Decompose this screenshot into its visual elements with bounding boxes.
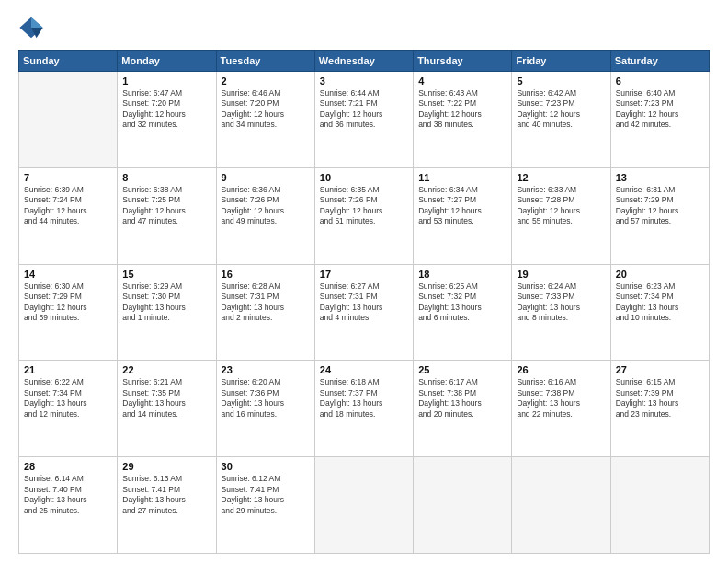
weekday-header: Saturday	[610, 51, 709, 72]
calendar-cell: 11Sunrise: 6:34 AM Sunset: 7:27 PM Dayli…	[414, 167, 512, 264]
calendar-week-row: 1Sunrise: 6:47 AM Sunset: 7:20 PM Daylig…	[19, 72, 710, 168]
weekday-header: Friday	[512, 51, 610, 72]
calendar-cell	[512, 457, 610, 554]
day-info: Sunrise: 6:30 AM Sunset: 7:29 PM Dayligh…	[24, 282, 112, 324]
calendar-table: SundayMondayTuesdayWednesdayThursdayFrid…	[18, 50, 710, 554]
calendar-cell: 29Sunrise: 6:13 AM Sunset: 7:41 PM Dayli…	[118, 457, 216, 554]
day-number: 1	[122, 75, 210, 86]
day-info: Sunrise: 6:24 AM Sunset: 7:33 PM Dayligh…	[517, 282, 605, 324]
day-number: 8	[122, 172, 210, 183]
day-info: Sunrise: 6:22 AM Sunset: 7:34 PM Dayligh…	[24, 377, 112, 419]
day-number: 2	[222, 75, 310, 86]
day-info: Sunrise: 6:29 AM Sunset: 7:30 PM Dayligh…	[122, 282, 210, 324]
calendar-cell	[19, 72, 118, 168]
calendar-cell	[610, 457, 709, 554]
day-info: Sunrise: 6:15 AM Sunset: 7:39 PM Dayligh…	[616, 377, 704, 419]
day-info: Sunrise: 6:36 AM Sunset: 7:26 PM Dayligh…	[222, 185, 310, 227]
calendar-cell: 30Sunrise: 6:12 AM Sunset: 7:41 PM Dayli…	[216, 457, 314, 554]
day-number: 21	[24, 364, 112, 375]
calendar-cell: 1Sunrise: 6:47 AM Sunset: 7:20 PM Daylig…	[118, 72, 216, 168]
day-number: 12	[517, 172, 605, 183]
calendar-cell: 20Sunrise: 6:23 AM Sunset: 7:34 PM Dayli…	[610, 264, 709, 361]
day-number: 18	[418, 269, 506, 280]
day-number: 22	[122, 364, 210, 375]
calendar-week-row: 7Sunrise: 6:39 AM Sunset: 7:24 PM Daylig…	[19, 167, 710, 264]
day-number: 4	[418, 75, 506, 86]
weekday-header: Monday	[118, 51, 216, 72]
calendar-cell: 25Sunrise: 6:17 AM Sunset: 7:38 PM Dayli…	[414, 361, 512, 457]
day-info: Sunrise: 6:23 AM Sunset: 7:34 PM Dayligh…	[616, 282, 704, 324]
day-info: Sunrise: 6:34 AM Sunset: 7:27 PM Dayligh…	[418, 185, 506, 227]
weekday-header: Sunday	[19, 51, 118, 72]
day-info: Sunrise: 6:16 AM Sunset: 7:38 PM Dayligh…	[517, 377, 605, 419]
day-number: 24	[320, 364, 408, 375]
logo	[18, 15, 48, 40]
weekday-header: Thursday	[414, 51, 512, 72]
day-number: 25	[418, 364, 506, 375]
day-info: Sunrise: 6:31 AM Sunset: 7:29 PM Dayligh…	[616, 185, 704, 227]
day-info: Sunrise: 6:18 AM Sunset: 7:37 PM Dayligh…	[320, 377, 408, 419]
calendar-cell: 7Sunrise: 6:39 AM Sunset: 7:24 PM Daylig…	[19, 167, 118, 264]
page: SundayMondayTuesdayWednesdayThursdayFrid…	[0, 0, 728, 563]
day-info: Sunrise: 6:20 AM Sunset: 7:36 PM Dayligh…	[222, 377, 310, 419]
day-info: Sunrise: 6:17 AM Sunset: 7:38 PM Dayligh…	[418, 377, 506, 419]
day-number: 3	[320, 75, 408, 86]
day-number: 7	[24, 172, 112, 183]
day-info: Sunrise: 6:21 AM Sunset: 7:35 PM Dayligh…	[122, 377, 210, 419]
day-number: 13	[616, 172, 704, 183]
logo-icon	[18, 15, 44, 40]
calendar-cell: 17Sunrise: 6:27 AM Sunset: 7:31 PM Dayli…	[314, 264, 413, 361]
calendar-cell: 14Sunrise: 6:30 AM Sunset: 7:29 PM Dayli…	[19, 264, 118, 361]
day-number: 9	[222, 172, 310, 183]
calendar-cell: 4Sunrise: 6:43 AM Sunset: 7:22 PM Daylig…	[414, 72, 512, 168]
day-info: Sunrise: 6:12 AM Sunset: 7:41 PM Dayligh…	[222, 474, 310, 516]
day-info: Sunrise: 6:47 AM Sunset: 7:20 PM Dayligh…	[122, 88, 210, 131]
day-info: Sunrise: 6:44 AM Sunset: 7:21 PM Dayligh…	[320, 88, 408, 131]
day-number: 27	[616, 364, 704, 375]
calendar-cell: 18Sunrise: 6:25 AM Sunset: 7:32 PM Dayli…	[414, 264, 512, 361]
calendar-cell	[414, 457, 512, 554]
day-info: Sunrise: 6:28 AM Sunset: 7:31 PM Dayligh…	[222, 282, 310, 324]
day-info: Sunrise: 6:46 AM Sunset: 7:20 PM Dayligh…	[222, 88, 310, 131]
day-number: 28	[24, 461, 112, 472]
calendar-cell: 9Sunrise: 6:36 AM Sunset: 7:26 PM Daylig…	[216, 167, 314, 264]
calendar-cell: 3Sunrise: 6:44 AM Sunset: 7:21 PM Daylig…	[314, 72, 413, 168]
day-info: Sunrise: 6:27 AM Sunset: 7:31 PM Dayligh…	[320, 282, 408, 324]
weekday-header: Tuesday	[216, 51, 314, 72]
day-number: 10	[320, 172, 408, 183]
day-number: 16	[222, 269, 310, 280]
day-info: Sunrise: 6:39 AM Sunset: 7:24 PM Dayligh…	[24, 185, 112, 227]
day-number: 26	[517, 364, 605, 375]
calendar-cell: 8Sunrise: 6:38 AM Sunset: 7:25 PM Daylig…	[118, 167, 216, 264]
calendar-header-row: SundayMondayTuesdayWednesdayThursdayFrid…	[19, 51, 710, 72]
calendar-cell: 27Sunrise: 6:15 AM Sunset: 7:39 PM Dayli…	[610, 361, 709, 457]
day-number: 5	[517, 75, 605, 86]
day-info: Sunrise: 6:33 AM Sunset: 7:28 PM Dayligh…	[517, 185, 605, 227]
calendar-cell: 21Sunrise: 6:22 AM Sunset: 7:34 PM Dayli…	[19, 361, 118, 457]
calendar-cell: 12Sunrise: 6:33 AM Sunset: 7:28 PM Dayli…	[512, 167, 610, 264]
day-info: Sunrise: 6:35 AM Sunset: 7:26 PM Dayligh…	[320, 185, 408, 227]
calendar-week-row: 14Sunrise: 6:30 AM Sunset: 7:29 PM Dayli…	[19, 264, 710, 361]
day-info: Sunrise: 6:43 AM Sunset: 7:22 PM Dayligh…	[418, 88, 506, 131]
calendar-cell: 10Sunrise: 6:35 AM Sunset: 7:26 PM Dayli…	[314, 167, 413, 264]
calendar-cell: 28Sunrise: 6:14 AM Sunset: 7:40 PM Dayli…	[19, 457, 118, 554]
day-info: Sunrise: 6:13 AM Sunset: 7:41 PM Dayligh…	[122, 474, 210, 516]
weekday-header: Wednesday	[314, 51, 413, 72]
day-number: 15	[122, 269, 210, 280]
calendar-cell: 6Sunrise: 6:40 AM Sunset: 7:23 PM Daylig…	[610, 72, 709, 168]
calendar-cell: 2Sunrise: 6:46 AM Sunset: 7:20 PM Daylig…	[216, 72, 314, 168]
day-number: 20	[616, 269, 704, 280]
calendar-cell: 5Sunrise: 6:42 AM Sunset: 7:23 PM Daylig…	[512, 72, 610, 168]
day-info: Sunrise: 6:40 AM Sunset: 7:23 PM Dayligh…	[616, 88, 704, 131]
day-number: 30	[222, 461, 310, 472]
day-info: Sunrise: 6:38 AM Sunset: 7:25 PM Dayligh…	[122, 185, 210, 227]
calendar-cell	[314, 457, 413, 554]
calendar-cell: 24Sunrise: 6:18 AM Sunset: 7:37 PM Dayli…	[314, 361, 413, 457]
day-info: Sunrise: 6:14 AM Sunset: 7:40 PM Dayligh…	[24, 474, 112, 516]
day-number: 6	[616, 75, 704, 86]
day-info: Sunrise: 6:42 AM Sunset: 7:23 PM Dayligh…	[517, 88, 605, 131]
calendar-cell: 13Sunrise: 6:31 AM Sunset: 7:29 PM Dayli…	[610, 167, 709, 264]
calendar-week-row: 21Sunrise: 6:22 AM Sunset: 7:34 PM Dayli…	[19, 361, 710, 457]
day-number: 14	[24, 269, 112, 280]
calendar-cell: 23Sunrise: 6:20 AM Sunset: 7:36 PM Dayli…	[216, 361, 314, 457]
